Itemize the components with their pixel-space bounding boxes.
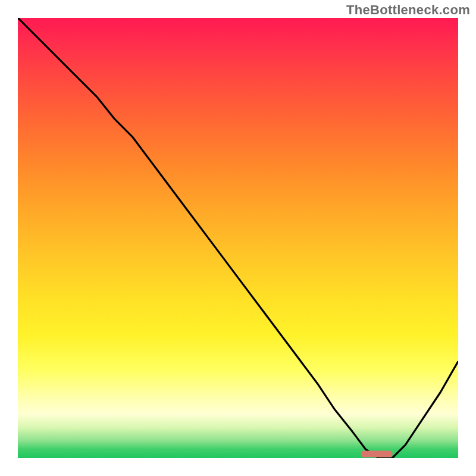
attribution-text: TheBottleneck.com — [346, 2, 470, 18]
bottleneck-curve — [18, 18, 458, 458]
plot-area — [18, 18, 458, 458]
chart-overlay — [18, 18, 458, 458]
chart-canvas: TheBottleneck.com — [0, 0, 476, 476]
optimum-marker — [361, 451, 392, 457]
